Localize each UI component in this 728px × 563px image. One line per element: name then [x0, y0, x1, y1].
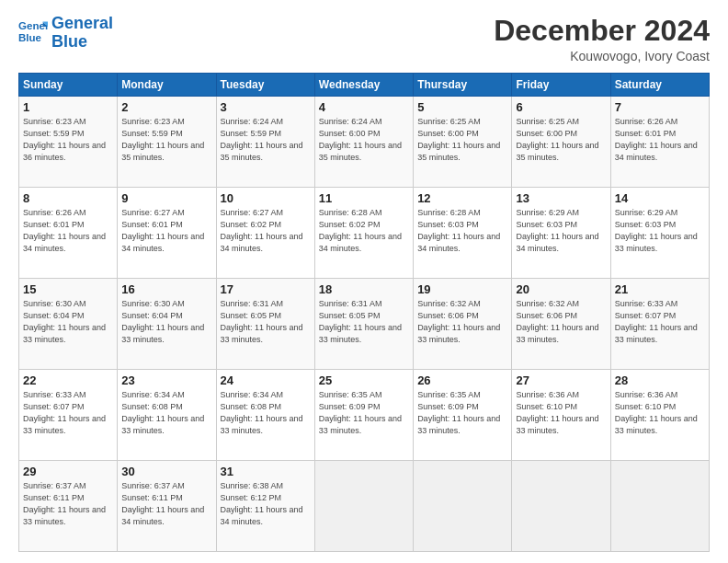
calendar-cell: 6Sunrise: 6:25 AMSunset: 6:00 PMDaylight… [512, 97, 610, 188]
calendar-cell: 12Sunrise: 6:28 AMSunset: 6:03 PMDayligh… [414, 188, 512, 279]
day-number: 10 [221, 191, 311, 205]
calendar-cell: 29Sunrise: 6:37 AMSunset: 6:11 PMDayligh… [19, 461, 118, 552]
day-info: Sunrise: 6:23 AMSunset: 5:59 PMDaylight:… [23, 116, 113, 164]
day-info: Sunrise: 6:24 AMSunset: 5:59 PMDaylight:… [221, 116, 311, 164]
col-thursday: Thursday [414, 74, 512, 97]
calendar-cell: 13Sunrise: 6:29 AMSunset: 6:03 PMDayligh… [512, 188, 610, 279]
day-number: 30 [121, 465, 211, 478]
col-wednesday: Wednesday [314, 74, 413, 97]
day-info: Sunrise: 6:31 AMSunset: 6:05 PMDaylight:… [221, 298, 311, 346]
day-number: 3 [221, 100, 311, 114]
day-info: Sunrise: 6:30 AMSunset: 6:04 PMDaylight:… [121, 298, 211, 346]
day-number: 27 [516, 373, 606, 387]
calendar-header: Sunday Monday Tuesday Wednesday Thursday… [19, 74, 710, 97]
calendar-cell [314, 461, 413, 552]
calendar-cell: 20Sunrise: 6:32 AMSunset: 6:06 PMDayligh… [512, 279, 610, 370]
title-area: December 2024 Kouwovogo, Ivory Coast [494, 15, 710, 63]
calendar-cell: 14Sunrise: 6:29 AMSunset: 6:03 PMDayligh… [610, 188, 709, 279]
day-number: 9 [121, 191, 211, 205]
calendar-cell: 4Sunrise: 6:24 AMSunset: 6:00 PMDaylight… [314, 97, 413, 188]
header: General Blue General Blue December 2024 … [18, 15, 710, 63]
subtitle: Kouwovogo, Ivory Coast [494, 49, 710, 63]
day-number: 26 [417, 373, 507, 387]
day-info: Sunrise: 6:37 AMSunset: 6:11 PMDaylight:… [23, 480, 113, 528]
calendar-cell [610, 461, 709, 552]
calendar-cell [512, 461, 610, 552]
calendar-cell: 26Sunrise: 6:35 AMSunset: 6:09 PMDayligh… [414, 370, 512, 461]
svg-text:Blue: Blue [18, 32, 42, 43]
day-info: Sunrise: 6:23 AMSunset: 5:59 PMDaylight:… [121, 116, 211, 164]
day-info: Sunrise: 6:36 AMSunset: 6:10 PMDaylight:… [516, 389, 606, 437]
day-number: 20 [516, 282, 606, 296]
calendar-cell: 23Sunrise: 6:34 AMSunset: 6:08 PMDayligh… [118, 370, 216, 461]
calendar-week-5: 29Sunrise: 6:37 AMSunset: 6:11 PMDayligh… [19, 461, 710, 552]
day-number: 25 [319, 373, 409, 387]
calendar-cell: 30Sunrise: 6:37 AMSunset: 6:11 PMDayligh… [118, 461, 216, 552]
calendar-cell: 19Sunrise: 6:32 AMSunset: 6:06 PMDayligh… [414, 279, 512, 370]
day-info: Sunrise: 6:33 AMSunset: 6:07 PMDaylight:… [23, 389, 113, 437]
page: General Blue General Blue December 2024 … [0, 0, 728, 563]
calendar-cell: 18Sunrise: 6:31 AMSunset: 6:05 PMDayligh… [314, 279, 413, 370]
calendar-week-3: 15Sunrise: 6:30 AMSunset: 6:04 PMDayligh… [19, 279, 710, 370]
day-number: 5 [417, 100, 507, 114]
calendar-cell: 28Sunrise: 6:36 AMSunset: 6:10 PMDayligh… [610, 370, 709, 461]
day-info: Sunrise: 6:28 AMSunset: 6:02 PMDaylight:… [319, 207, 409, 255]
day-info: Sunrise: 6:29 AMSunset: 6:03 PMDaylight:… [516, 207, 606, 255]
calendar-cell: 24Sunrise: 6:34 AMSunset: 6:08 PMDayligh… [216, 370, 314, 461]
day-number: 18 [319, 282, 409, 296]
col-friday: Friday [512, 74, 610, 97]
header-row: Sunday Monday Tuesday Wednesday Thursday… [19, 74, 710, 97]
day-number: 6 [516, 100, 606, 114]
day-number: 31 [221, 465, 311, 478]
calendar-week-4: 22Sunrise: 6:33 AMSunset: 6:07 PMDayligh… [19, 370, 710, 461]
logo-icon: General Blue [18, 18, 48, 48]
day-number: 7 [615, 100, 705, 114]
day-info: Sunrise: 6:33 AMSunset: 6:07 PMDaylight:… [615, 298, 705, 346]
day-info: Sunrise: 6:38 AMSunset: 6:12 PMDaylight:… [221, 480, 311, 528]
day-number: 21 [615, 282, 705, 296]
day-info: Sunrise: 6:28 AMSunset: 6:03 PMDaylight:… [417, 207, 507, 255]
day-number: 12 [417, 191, 507, 205]
day-info: Sunrise: 6:37 AMSunset: 6:11 PMDaylight:… [121, 480, 211, 528]
day-info: Sunrise: 6:35 AMSunset: 6:09 PMDaylight:… [417, 389, 507, 437]
calendar-cell [414, 461, 512, 552]
logo-text: General Blue [51, 15, 113, 52]
calendar-cell: 22Sunrise: 6:33 AMSunset: 6:07 PMDayligh… [19, 370, 118, 461]
day-number: 13 [516, 191, 606, 205]
day-info: Sunrise: 6:30 AMSunset: 6:04 PMDaylight:… [23, 298, 113, 346]
day-info: Sunrise: 6:31 AMSunset: 6:05 PMDaylight:… [319, 298, 409, 346]
day-number: 4 [319, 100, 409, 114]
calendar-cell: 17Sunrise: 6:31 AMSunset: 6:05 PMDayligh… [216, 279, 314, 370]
calendar-cell: 15Sunrise: 6:30 AMSunset: 6:04 PMDayligh… [19, 279, 118, 370]
day-info: Sunrise: 6:27 AMSunset: 6:01 PMDaylight:… [121, 207, 211, 255]
day-info: Sunrise: 6:27 AMSunset: 6:02 PMDaylight:… [221, 207, 311, 255]
day-info: Sunrise: 6:36 AMSunset: 6:10 PMDaylight:… [615, 389, 705, 437]
calendar-cell: 21Sunrise: 6:33 AMSunset: 6:07 PMDayligh… [610, 279, 709, 370]
col-monday: Monday [118, 74, 216, 97]
calendar-week-1: 1Sunrise: 6:23 AMSunset: 5:59 PMDaylight… [19, 97, 710, 188]
col-saturday: Saturday [610, 74, 709, 97]
day-number: 17 [221, 282, 311, 296]
day-info: Sunrise: 6:29 AMSunset: 6:03 PMDaylight:… [615, 207, 705, 255]
calendar-cell: 11Sunrise: 6:28 AMSunset: 6:02 PMDayligh… [314, 188, 413, 279]
main-title: December 2024 [494, 15, 710, 47]
calendar-cell: 7Sunrise: 6:26 AMSunset: 6:01 PMDaylight… [610, 97, 709, 188]
day-number: 22 [23, 373, 113, 387]
day-info: Sunrise: 6:25 AMSunset: 6:00 PMDaylight:… [417, 116, 507, 164]
day-info: Sunrise: 6:24 AMSunset: 6:00 PMDaylight:… [319, 116, 409, 164]
calendar-table: Sunday Monday Tuesday Wednesday Thursday… [18, 73, 710, 552]
col-sunday: Sunday [19, 74, 118, 97]
calendar-cell: 9Sunrise: 6:27 AMSunset: 6:01 PMDaylight… [118, 188, 216, 279]
calendar-cell: 10Sunrise: 6:27 AMSunset: 6:02 PMDayligh… [216, 188, 314, 279]
col-tuesday: Tuesday [216, 74, 314, 97]
day-info: Sunrise: 6:32 AMSunset: 6:06 PMDaylight:… [417, 298, 507, 346]
day-number: 24 [221, 373, 311, 387]
day-number: 15 [23, 282, 113, 296]
calendar-cell: 8Sunrise: 6:26 AMSunset: 6:01 PMDaylight… [19, 188, 118, 279]
calendar-cell: 5Sunrise: 6:25 AMSunset: 6:00 PMDaylight… [414, 97, 512, 188]
calendar-cell: 2Sunrise: 6:23 AMSunset: 5:59 PMDaylight… [118, 97, 216, 188]
calendar-cell: 3Sunrise: 6:24 AMSunset: 5:59 PMDaylight… [216, 97, 314, 188]
day-info: Sunrise: 6:26 AMSunset: 6:01 PMDaylight:… [615, 116, 705, 164]
day-info: Sunrise: 6:34 AMSunset: 6:08 PMDaylight:… [221, 389, 311, 437]
day-info: Sunrise: 6:34 AMSunset: 6:08 PMDaylight:… [121, 389, 211, 437]
